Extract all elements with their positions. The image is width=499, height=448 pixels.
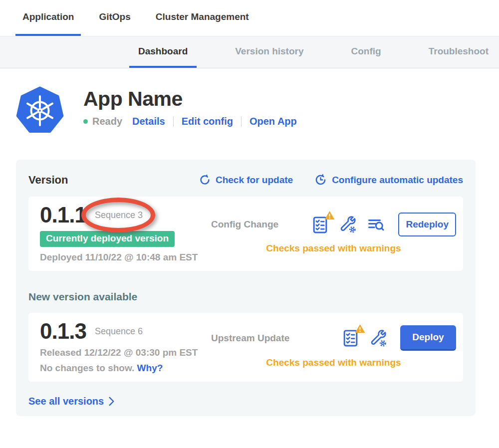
- changes-note-row: No changes to show. Why?: [40, 363, 211, 374]
- configure-automatic-updates-label: Configure automatic updates: [332, 175, 463, 186]
- config-wrench-icon[interactable]: [339, 216, 357, 233]
- current-version-sequence: Sequence 3: [95, 210, 143, 221]
- divider: [173, 116, 174, 127]
- details-link[interactable]: Details: [132, 116, 165, 127]
- deployed-timestamp: Deployed 11/10/22 @ 10:48 am EST: [40, 252, 211, 263]
- app-status-row: Ready Details Edit config Open App: [83, 116, 297, 127]
- released-timestamp: Released 12/12/22 @ 03:30 pm EST: [40, 347, 211, 358]
- tab-dashboard-label: Dashboard: [138, 46, 188, 57]
- tab-troubleshoot-label: Troubleshoot: [429, 46, 489, 57]
- configure-automatic-updates-button[interactable]: Configure automatic updates: [314, 173, 463, 187]
- redeploy-button[interactable]: Redeploy: [398, 213, 456, 236]
- page-title: App Name: [83, 88, 297, 110]
- tab-version-history-label: Version history: [235, 46, 303, 57]
- available-version-card: 0.1.3 Sequence 6 Released 12/12/22 @ 03:…: [28, 313, 463, 382]
- auto-update-clock-icon: [314, 173, 327, 187]
- see-all-versions-label: See all versions: [28, 396, 104, 407]
- check-for-update-label: Check for update: [216, 175, 293, 186]
- deploy-button[interactable]: Deploy: [400, 325, 456, 351]
- preflight-checks-icon[interactable]: [341, 329, 360, 347]
- tab-gitops-label: GitOps: [99, 11, 130, 22]
- tab-dashboard[interactable]: Dashboard: [129, 36, 197, 68]
- version-panel: Version Check for update Configure autom…: [16, 160, 476, 416]
- tab-application-label: Application: [22, 11, 74, 22]
- tab-cluster-management[interactable]: Cluster Management: [149, 0, 256, 36]
- kubernetes-logo-icon: [15, 85, 65, 135]
- checks-status-text[interactable]: Checks passed with warnings: [211, 357, 456, 368]
- tab-config[interactable]: Config: [342, 36, 390, 68]
- app-header: App Name Ready Details Edit config Open …: [15, 85, 499, 135]
- check-for-update-button[interactable]: Check for update: [199, 174, 293, 186]
- tab-troubleshoot[interactable]: Troubleshoot: [420, 36, 498, 68]
- see-all-versions-link[interactable]: See all versions: [28, 396, 114, 407]
- available-version-number: 0.1.3: [40, 320, 86, 343]
- primary-nav: Application GitOps Cluster Management: [0, 0, 499, 36]
- view-files-icon[interactable]: [366, 216, 385, 233]
- version-panel-title: Version: [28, 174, 68, 187]
- config-wrench-icon[interactable]: [369, 329, 387, 347]
- changes-note: No changes to show.: [40, 363, 134, 373]
- current-version-number: 0.1.1: [40, 204, 86, 226]
- secondary-nav: Dashboard Version history Config Trouble…: [0, 36, 499, 68]
- version-source-label: Upstream Update: [211, 333, 289, 344]
- checks-status-text[interactable]: Checks passed with warnings: [211, 243, 456, 254]
- edit-config-link[interactable]: Edit config: [182, 116, 233, 127]
- new-version-heading: New version available: [28, 291, 463, 303]
- open-app-link[interactable]: Open App: [250, 116, 297, 127]
- currently-deployed-badge: Currently deployed version: [40, 231, 175, 247]
- current-version-card: 0.1.1 Sequence 3 Currently deployed vers…: [28, 197, 463, 271]
- preflight-checks-icon[interactable]: [311, 216, 329, 234]
- status-badge: Ready: [92, 116, 122, 127]
- tab-config-label: Config: [351, 46, 381, 57]
- tab-gitops[interactable]: GitOps: [92, 0, 137, 36]
- version-source-label: Config Change: [211, 219, 278, 230]
- ready-status-dot: [83, 119, 88, 124]
- why-link[interactable]: Why?: [137, 363, 163, 373]
- available-version-sequence: Sequence 6: [95, 326, 143, 337]
- chevron-right-icon: [108, 397, 114, 406]
- divider: [241, 116, 242, 127]
- tab-application[interactable]: Application: [15, 0, 81, 36]
- tab-version-history[interactable]: Version history: [226, 36, 312, 68]
- refresh-icon: [199, 174, 211, 186]
- tab-cluster-management-label: Cluster Management: [156, 11, 249, 22]
